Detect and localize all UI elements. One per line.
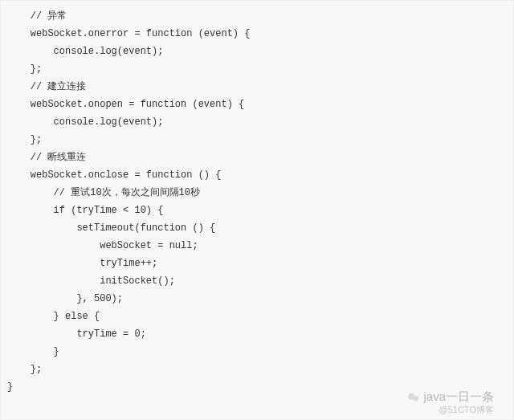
code-line: webSocket.onerror = function (event) { (1, 25, 513, 43)
code-line: } else { (1, 308, 513, 325)
wechat-icon (407, 391, 420, 404)
code-line: console.log(event); (1, 113, 513, 131)
code-line: webSocket.onopen = function (event) { (1, 96, 513, 113)
watermark: java一日一条 @51CTO博客 (407, 389, 494, 405)
code-line: }, 500); (1, 290, 513, 308)
code-line: }; (1, 131, 513, 149)
code-line: // 异常 (1, 7, 513, 25)
code-line: webSocket = null; (1, 237, 513, 255)
code-line: tryTime = 0; (1, 325, 513, 343)
code-line: console.log(event); (1, 43, 513, 60)
code-line: }; (1, 361, 513, 378)
code-line: setTimeout(function () { (1, 219, 513, 237)
code-line: if (tryTime < 10) { (1, 202, 513, 219)
code-line: } (1, 343, 513, 361)
watermark-sub: @51CTO博客 (439, 404, 494, 416)
svg-point-1 (414, 396, 419, 402)
code-snippet: // 异常 webSocket.onerror = function (even… (0, 0, 514, 420)
code-line: tryTime++; (1, 255, 513, 272)
code-line: // 重试10次，每次之间间隔10秒 (1, 184, 513, 202)
code-line: // 建立连接 (1, 78, 513, 96)
code-line: webSocket.onclose = function () { (1, 166, 513, 184)
watermark-main: java一日一条 (423, 389, 494, 405)
code-lines-container: // 异常 webSocket.onerror = function (even… (1, 7, 513, 396)
code-line: initSocket(); (1, 272, 513, 290)
code-line: // 断线重连 (1, 149, 513, 166)
code-line: }; (1, 60, 513, 78)
